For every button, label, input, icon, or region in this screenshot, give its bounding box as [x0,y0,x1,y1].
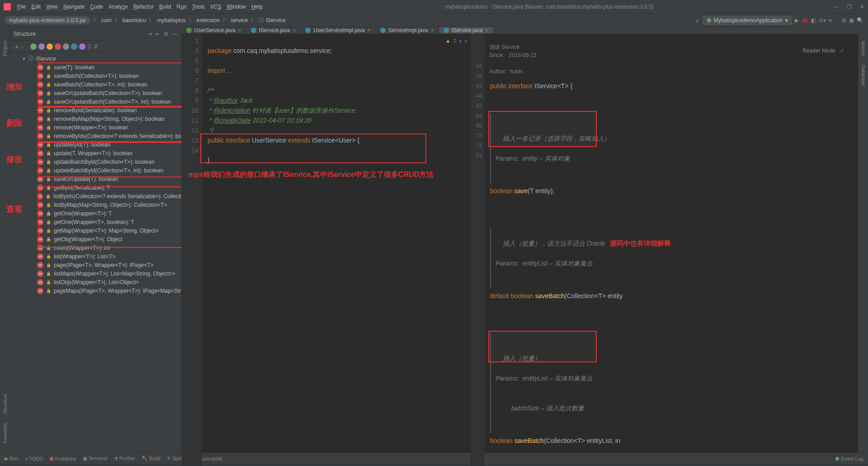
menu-run[interactable]: Run [174,4,189,10]
tree-method[interactable]: m🔒listObjs(Wrapper<T>): List<Object> [10,278,181,286]
menu-edit[interactable]: Edit [28,4,43,10]
sidebar-project[interactable]: Project [2,41,8,56]
sidebar-database[interactable]: Database [861,65,866,86]
tab-serviceimpl-java[interactable]: ServiceImpl.java× [376,27,439,33]
tree-method[interactable]: m🔒saveBatch(Collection<T>): boolean [10,71,181,80]
tree-method[interactable]: m🔒removeByMap(Map<String, Object>): bool… [10,114,181,123]
coverage-icon[interactable]: ◧ [811,17,816,24]
sidebar-favorites[interactable]: Favorites [2,423,8,443]
tool-terminal[interactable]: ▣ Terminal [83,456,107,461]
tree-method[interactable]: m🔒listByIds(Collection<? extends Seriali… [10,192,181,200]
profile-icon[interactable]: ⊙▾ [819,17,826,24]
tab-iservice-java[interactable]: IService.java× [439,27,494,33]
tree-method[interactable]: m🔒removeByIds(Collection<? extends Seria… [10,132,181,140]
filter-autoscroll-icon[interactable]: ⇵ [94,43,98,50]
menu-view[interactable]: View [43,4,61,10]
tree-method[interactable]: m🔒getOne(Wrapper<T>): T [10,209,181,218]
tree-method[interactable]: m🔒removeById(Serializable): boolean [10,106,181,114]
tree-method[interactable]: m🔒remove(Wrapper<T>): boolean [10,123,181,132]
filter-inherited-icon[interactable] [63,43,69,50]
crumb-jar[interactable]: mybatis-plus-extension-3.0.5.jar [5,16,90,24]
tab-close-icon[interactable]: × [431,27,434,33]
tree-method[interactable]: m🔒list(Wrapper<T>): List<T> [10,252,181,261]
filter-more-icon[interactable]: ⟨⟩ [87,43,92,50]
sync-icon[interactable]: ↙ [695,17,700,24]
nav-down-icon[interactable]: v [465,36,467,46]
filter-lock-icon[interactable] [55,43,61,50]
menu-code[interactable]: Code [87,4,106,10]
sort-alpha-icon[interactable]: ↓ᴀ [13,43,19,50]
minimize-icon[interactable]: — [833,4,839,10]
layout-icon[interactable]: ▣ [849,17,854,24]
menu-help[interactable]: Help [249,4,265,10]
tree-method[interactable]: m🔒listMaps(Wrapper<T>): List<Map<String,… [10,269,181,278]
menu-tools[interactable]: Tools [189,4,208,10]
tab-close-icon[interactable]: × [238,27,241,33]
left-code[interactable]: package com.caq.mybatisplusdemo.service;… [202,34,471,466]
nav-up-icon[interactable]: ʌ [459,36,462,46]
tree-method[interactable]: m🔒getById(Serializable): T [10,183,181,192]
tree-root[interactable]: ▾ Ⓘ IService [10,54,181,63]
tool-run[interactable]: ▶ Run [5,456,19,461]
menu-build[interactable]: Build [156,4,174,10]
menu-analyze[interactable]: Analyze [106,4,131,10]
crumb-com[interactable]: com [101,17,112,24]
menu-window[interactable]: Window [224,4,249,10]
structure-hide-icon[interactable]: — [172,31,178,37]
tree-method[interactable]: m🔒save(T): boolean [10,63,181,71]
crumb-iservice[interactable]: Ⓘ IService [259,16,285,24]
warn-icon[interactable]: ▲ [445,36,450,46]
structure-collapse-icon[interactable]: ⇤ [156,31,160,37]
editor-left[interactable]: 13567891011121314 package com.caq.mybati… [182,34,471,466]
menu-vcs[interactable]: VCS [208,4,224,10]
tool-profiler[interactable]: ◔ Profiler [113,456,135,461]
filter-field-icon[interactable] [47,43,53,50]
git-icon[interactable]: ⊞ [842,17,846,24]
search-icon[interactable]: 🔍 [857,17,863,24]
filter-class-icon[interactable] [30,43,37,50]
sort-vis-icon[interactable]: ↓ᵢ [20,43,24,50]
tree-method[interactable]: m🔒update(T, Wrapper<T>): boolean [10,149,181,157]
tree-method[interactable]: m🔒getOne(Wrapper<T>, boolean): T [10,218,181,226]
tab-iservice-java[interactable]: IService.java× [246,27,301,33]
filter-anon-icon[interactable] [71,43,77,50]
tree-method[interactable]: m🔒getMap(Wrapper<T>): Map<String, Object… [10,226,181,235]
tab-close-icon[interactable]: × [292,27,296,33]
filter-lambda-icon[interactable] [79,43,85,50]
tree-method[interactable]: m🔒getObj(Wrapper<T>): Object [10,235,181,243]
menu-refactor[interactable]: Refactor [131,4,156,10]
tree-method[interactable]: m🔒updateBatchById(Collection<T>, int): b… [10,166,181,175]
filter-property-icon[interactable] [38,43,45,50]
tree-method[interactable]: m🔒saveBatch(Collection<T>, int): boolean [10,80,181,89]
editor-right[interactable]: 34354344526465737483 顶级 Service Since: 2… [471,34,858,466]
tab-close-icon[interactable]: × [486,27,489,33]
reader-mode-toggle[interactable]: Reader Mode ✓ [784,36,844,66]
tool-todo[interactable]: ≡ TODO [25,456,43,461]
tool-problems[interactable]: Problems [50,456,76,461]
crumb-mybatisplus[interactable]: mybatisplus [157,17,185,24]
tool-build[interactable]: 🔨 Build [142,456,160,461]
tree-method[interactable]: m🔒saveOrUpdateBatch(Collection<T>): bool… [10,89,181,97]
tree-method[interactable]: m🔒listByMap(Map<String, Object>): Collec… [10,200,181,209]
crumb-extension[interactable]: extension [197,17,220,24]
tree-method[interactable]: m🔒saveOrUpdate(T): boolean [10,175,181,183]
sidebar-structure[interactable]: Structure [2,394,8,414]
right-code[interactable]: 顶级 Service Since: 2018-06-23 Author: hub… [485,34,858,466]
close-icon[interactable]: ✕ [860,4,864,10]
stop-icon[interactable]: ■ [829,17,832,24]
sidebar-maven[interactable]: Maven [861,41,866,56]
tree-method[interactable]: m🔒count(Wrapper<T>): int [10,243,181,252]
maximize-icon[interactable]: ❐ [847,4,852,10]
run-icon[interactable]: ▶ [795,17,799,24]
structure-expand-icon[interactable]: ⇥ [147,31,152,37]
tab-userservice-java[interactable]: UserService.java× [182,27,246,33]
structure-gear-icon[interactable]: ⚙ [164,31,169,37]
menu-navigate[interactable]: Navigate [61,4,87,10]
tab-close-icon[interactable]: × [368,27,371,33]
tree-method[interactable]: m🔒updateById(T): boolean [10,140,181,149]
tab-userserviceimpl-java[interactable]: UserServiceImpl.java× [301,27,375,33]
tree-method[interactable]: m🔒page(IPage<T>, Wrapper<T>): IPage<T> [10,261,181,269]
tree-method[interactable]: m🔒saveOrUpdateBatch(Collection<T>, int):… [10,97,181,106]
run-config-selector[interactable]: ⬢ MybatisplusdemoApplication ▾ [703,16,792,25]
tree-method[interactable]: m🔒updateBatchById(Collection<T>): boolea… [10,157,181,166]
